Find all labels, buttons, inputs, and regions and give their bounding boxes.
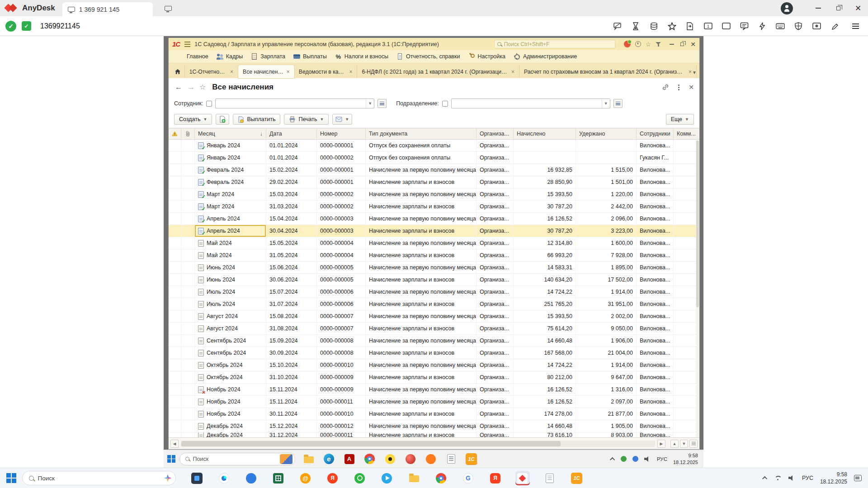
row-org-cell[interactable]: Организа... xyxy=(476,359,514,371)
row-type-cell[interactable]: Начисление зарплаты и взносов xyxy=(366,298,476,310)
row-warning-cell[interactable] xyxy=(169,420,181,432)
row-accrued-cell[interactable] xyxy=(514,152,576,164)
row-type-cell[interactable]: Начисление за первую половину месяца xyxy=(366,213,476,225)
onec-close-icon[interactable]: ✕ xyxy=(690,41,696,47)
row-attachment-cell[interactable] xyxy=(181,408,195,420)
table-row[interactable]: Июнь 2024 15.06.2024 0000-000005 Начисле… xyxy=(169,262,699,274)
menu-item-admin[interactable]: Администрирование xyxy=(509,50,581,63)
row-warning-cell[interactable] xyxy=(169,237,181,249)
row-org-cell[interactable]: Организа... xyxy=(476,164,514,176)
row-month-cell[interactable]: Май 2024 xyxy=(195,249,266,261)
row-warning-cell[interactable] xyxy=(169,213,181,225)
table-row[interactable]: Январь 2024 01.01.2024 0000-000002 Отпус… xyxy=(169,152,699,164)
remote-search-box[interactable]: Поиск xyxy=(179,453,295,465)
row-withheld-cell[interactable]: 1 515,00 xyxy=(576,164,637,176)
row-number-cell[interactable]: 0000-000003 xyxy=(317,225,366,237)
row-number-cell[interactable]: 0000-000002 xyxy=(317,152,366,164)
row-date-cell[interactable]: 15.02.2024 xyxy=(266,164,317,176)
row-accrued-cell[interactable]: 14 724,22 xyxy=(514,286,576,298)
row-warning-cell[interactable] xyxy=(169,249,181,261)
row-month-cell[interactable]: Июнь 2024 xyxy=(195,262,266,273)
row-attachment-cell[interactable] xyxy=(181,420,195,432)
row-date-cell[interactable]: 30.06.2024 xyxy=(266,274,317,286)
row-org-cell[interactable]: Организа... xyxy=(476,384,514,395)
row-type-cell[interactable]: Начисление за первую половину месяца xyxy=(366,262,476,273)
row-date-cell[interactable]: 15.12.2024 xyxy=(266,420,317,432)
onec-minimize-icon[interactable] xyxy=(670,44,674,45)
row-accrued-cell[interactable]: 16 932,85 xyxy=(514,164,576,176)
row-employees-cell[interactable]: Вилонова... xyxy=(637,384,674,395)
row-employees-cell[interactable]: Вилонова... xyxy=(637,396,674,408)
row-type-cell[interactable]: Начисление зарплаты и взносов xyxy=(366,408,476,420)
row-accrued-cell[interactable]: 16 126,52 xyxy=(514,213,576,225)
weather-widget-icon[interactable] xyxy=(280,454,292,464)
menu-item-zarplata[interactable]: Зарплата xyxy=(247,50,289,63)
row-employees-cell[interactable]: Вилонова... xyxy=(637,310,674,322)
row-accrued-cell[interactable]: 251 765,20 xyxy=(514,298,576,310)
document-tab[interactable]: Расчет по страховым взносам за 1 квартал… xyxy=(519,65,697,78)
row-withheld-cell[interactable]: 3 223,00 xyxy=(576,225,637,237)
row-type-cell[interactable]: Начисление за первую половину месяца xyxy=(366,188,476,200)
row-type-cell[interactable]: Начисление за первую половину месяца xyxy=(366,237,476,249)
row-withheld-cell[interactable]: 21 877,00 xyxy=(576,408,637,420)
row-attachment-cell[interactable] xyxy=(181,384,195,395)
attachment-column-header[interactable] xyxy=(181,128,195,139)
row-date-cell[interactable]: 31.03.2024 xyxy=(266,201,317,212)
document-tab[interactable]: 1С-Отчетность × xyxy=(185,65,238,78)
row-date-cell[interactable]: 15.11.2024 xyxy=(266,396,317,408)
row-type-cell[interactable]: Начисление зарплаты и взносов xyxy=(366,323,476,334)
row-warning-cell[interactable] xyxy=(169,262,181,273)
row-employees-cell[interactable]: Вилонова... xyxy=(637,176,674,188)
row-month-cell[interactable]: Май 2024 xyxy=(195,237,266,249)
row-org-cell[interactable]: Организа... xyxy=(476,201,514,212)
row-date-cell[interactable]: 31.08.2024 xyxy=(266,323,317,334)
row-withheld-cell[interactable] xyxy=(576,140,637,151)
menu-item-nalogi[interactable]: Налоги и взносы xyxy=(331,50,392,63)
taskbar-notes-icon[interactable] xyxy=(542,471,557,485)
row-accrued-cell[interactable]: 14 660,48 xyxy=(514,335,576,347)
menu-item-kadry[interactable]: Кадры xyxy=(212,50,247,63)
row-type-cell[interactable]: Начисление за первую половину месяца xyxy=(366,286,476,298)
global-search-input[interactable]: Поиск Ctrl+Shift+F xyxy=(494,40,615,48)
row-accrued-cell[interactable] xyxy=(514,140,576,151)
taskbar-chrome-icon[interactable] xyxy=(434,471,448,485)
row-date-cell[interactable]: 15.08.2024 xyxy=(266,310,317,322)
page-close-icon[interactable]: ✕ xyxy=(689,84,694,90)
row-accrued-cell[interactable]: 30 787,20 xyxy=(514,225,576,237)
menu-item-vyplaty[interactable]: Выплаты xyxy=(289,50,331,63)
row-number-cell[interactable]: 0000-000011 xyxy=(317,432,366,437)
row-accrued-cell[interactable]: 174 278,00 xyxy=(514,408,576,420)
nav-back-icon[interactable]: ← xyxy=(174,83,183,91)
create-button[interactable]: Создать▼ xyxy=(174,114,212,125)
row-month-cell[interactable]: Декабрь 2024 xyxy=(195,432,266,437)
row-attachment-cell[interactable] xyxy=(181,213,195,225)
anydesk-session-tab[interactable]: 1 369 921 145 xyxy=(62,2,153,16)
remote-volume-icon[interactable] xyxy=(644,456,651,462)
row-accrued-cell[interactable]: 14 583,31 xyxy=(514,262,576,273)
horizontal-scrollbar-thumb[interactable] xyxy=(181,441,561,446)
remote-explorer-icon[interactable] xyxy=(303,453,315,465)
row-month-cell[interactable]: Август 2024 xyxy=(195,323,266,334)
row-attachment-cell[interactable] xyxy=(181,249,195,261)
row-type-cell[interactable]: Начисление за первую половину месяца xyxy=(366,396,476,408)
row-employees-cell[interactable]: Вилонова... xyxy=(637,188,674,200)
remote-edge-icon[interactable] xyxy=(323,453,335,465)
row-attachment-cell[interactable] xyxy=(181,237,195,249)
table-row[interactable]: Июль 2024 31.07.2024 0000-000006 Начисле… xyxy=(169,298,699,310)
row-withheld-cell[interactable]: 1 905,00 xyxy=(576,420,637,432)
row-type-cell[interactable]: Начисление за первую половину месяца xyxy=(366,310,476,322)
row-attachment-cell[interactable] xyxy=(181,201,195,212)
row-warning-cell[interactable] xyxy=(169,140,181,151)
taskbar-explorer-icon[interactable] xyxy=(407,471,421,485)
table-row[interactable]: Февраль 2024 15.02.2024 0000-000001 Начи… xyxy=(169,164,699,176)
taskbar-excel-icon[interactable] xyxy=(271,471,286,485)
row-accrued-cell[interactable]: 15 393,50 xyxy=(514,188,576,200)
row-org-cell[interactable]: Организа... xyxy=(476,408,514,420)
language-indicator[interactable]: РУС xyxy=(802,475,813,481)
row-org-cell[interactable]: Организа... xyxy=(476,152,514,164)
volume-icon[interactable] xyxy=(788,475,795,481)
row-attachment-cell[interactable] xyxy=(181,262,195,273)
row-employees-cell[interactable]: Вилонова... xyxy=(637,164,674,176)
row-employees-cell[interactable]: Вилонова... xyxy=(637,323,674,334)
row-attachment-cell[interactable] xyxy=(181,188,195,200)
